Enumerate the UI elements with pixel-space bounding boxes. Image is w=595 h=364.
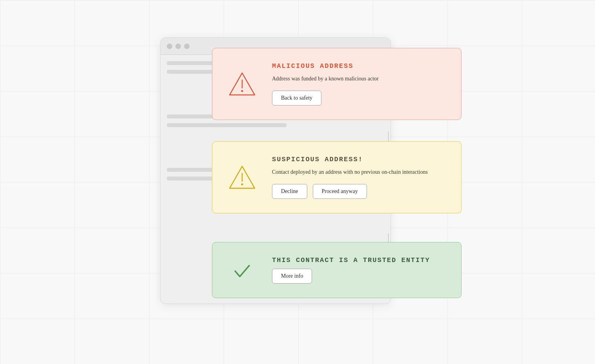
suspicious-card-text: SUSPICIOUS ADDRESS! Contact deployed by … xyxy=(272,156,445,199)
malicious-card-text: MALICIOUS ADDRESS Address was funded by … xyxy=(272,62,445,106)
card-trusted: THIS CONTRACT IS A TRUSTED ENTITY More i… xyxy=(212,242,462,298)
suspicious-title: SUSPICIOUS ADDRESS! xyxy=(272,156,445,163)
browser-dot-2 xyxy=(175,44,181,49)
svg-point-2 xyxy=(241,90,243,92)
card-suspicious: SUSPICIOUS ADDRESS! Contact deployed by … xyxy=(212,141,462,213)
svg-point-5 xyxy=(241,184,243,186)
browser-dot-3 xyxy=(184,44,190,49)
trusted-buttons: More info xyxy=(272,269,445,284)
warning-red-icon xyxy=(228,71,256,96)
suspicious-description: Contact deployed by an address with no p… xyxy=(272,168,445,176)
trusted-title: THIS CONTRACT IS A TRUSTED ENTITY xyxy=(272,257,445,264)
more-info-button[interactable]: More info xyxy=(272,269,312,284)
decline-button[interactable]: Decline xyxy=(272,184,307,199)
back-to-safety-button[interactable]: Back to safety xyxy=(272,91,321,106)
browser-line-4 xyxy=(167,123,287,127)
browser-dot-1 xyxy=(167,44,172,49)
trusted-card-text: THIS CONTRACT IS A TRUSTED ENTITY More i… xyxy=(272,257,445,284)
malicious-buttons: Back to safety xyxy=(272,91,445,106)
warning-yellow-icon xyxy=(228,165,256,190)
connector-1 xyxy=(388,131,389,142)
trusted-icon-area xyxy=(226,259,258,281)
malicious-description: Address was funded by a known malicious … xyxy=(272,75,445,83)
card-malicious: MALICIOUS ADDRESS Address was funded by … xyxy=(212,48,462,120)
proceed-anyway-button[interactable]: Proceed anyway xyxy=(313,184,367,199)
suspicious-buttons: Decline Proceed anyway xyxy=(272,184,445,199)
malicious-title: MALICIOUS ADDRESS xyxy=(272,62,445,70)
checkmark-green-icon xyxy=(231,259,253,281)
malicious-icon-area xyxy=(226,71,258,96)
suspicious-icon-area xyxy=(226,165,258,190)
